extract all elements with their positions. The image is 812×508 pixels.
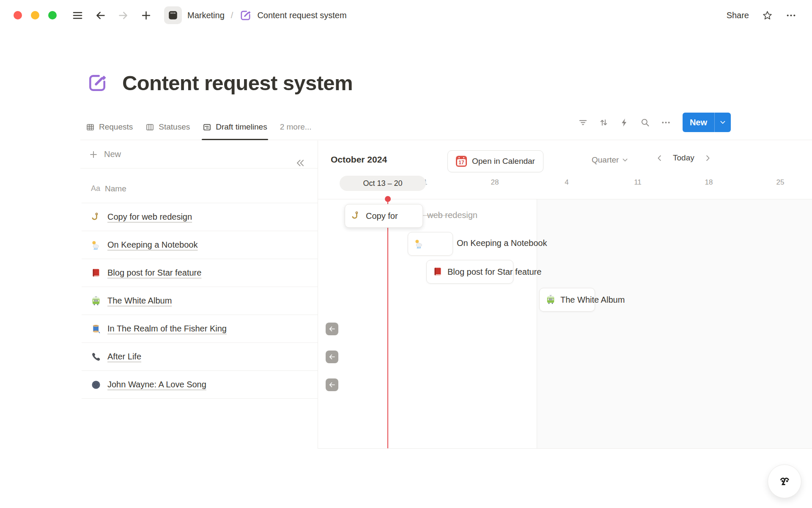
memo-page-icon <box>239 9 252 22</box>
timeline-bar-blog-post-for-star-feature[interactable]: Blog post for Star feature <box>426 260 513 284</box>
sidebar-menu-icon[interactable] <box>72 10 83 21</box>
add-new-item-row[interactable]: New <box>80 141 318 168</box>
scroll-to-item-button[interactable] <box>326 351 338 363</box>
today-button[interactable]: Today <box>673 153 694 163</box>
timeline-icon <box>203 123 211 132</box>
breadcrumb-workspace[interactable]: Marketing <box>187 11 225 20</box>
scroll-to-item-button[interactable] <box>326 378 338 391</box>
filter-icon[interactable] <box>578 118 588 127</box>
window-header: Marketing / Content request system Share <box>0 0 812 30</box>
timeline-bar-overflow-title: web redesign <box>427 210 477 220</box>
arrow-left-icon <box>328 325 336 333</box>
list-item-title[interactable]: John Wayne: A Love Song <box>107 380 206 389</box>
list-item-title[interactable]: After Life <box>107 352 141 362</box>
maximize-window-button[interactable] <box>48 11 57 19</box>
list-item-on-keeping-a-notebook[interactable]: On Keeping a Notebook <box>82 231 318 259</box>
marketing-card-icon <box>167 10 178 21</box>
timeline-month-label: October 2024 <box>331 155 387 165</box>
new-button-caret[interactable] <box>715 113 731 132</box>
plus-icon <box>89 150 98 159</box>
search-icon[interactable] <box>640 118 650 127</box>
timeline-bar-overflow-title: On Keeping a Notebook <box>457 238 547 248</box>
tab-label: Draft timelines <box>216 122 267 132</box>
collapse-panel-icon[interactable] <box>295 157 306 168</box>
week-label-18: 18 <box>705 178 713 187</box>
list-item-title[interactable]: In The Realm of the Fisher King <box>107 324 227 334</box>
page-title-row: Content request system <box>87 71 353 95</box>
breadcrumb-page[interactable]: Content request system <box>257 11 346 20</box>
close-window-button[interactable] <box>14 11 22 19</box>
list-item-the-white-album[interactable]: The White Album <box>82 287 318 315</box>
thread-icon <box>91 324 101 334</box>
text-property-icon: Aa <box>91 184 100 193</box>
table-icon <box>86 123 95 132</box>
timeline-bar-the-white-album[interactable]: The White Album <box>539 288 595 312</box>
memo-page-icon-large[interactable] <box>87 72 108 94</box>
view-tabs-bar: RequestsStatusesDraft timelines2 more...… <box>80 114 812 140</box>
list-item-after-life[interactable]: After Life <box>82 343 318 371</box>
arrow-left-icon <box>328 381 336 389</box>
favorite-star-icon[interactable] <box>762 10 773 21</box>
list-item-title[interactable]: On Keeping a Notebook <box>107 240 198 250</box>
minimize-window-button[interactable] <box>31 11 39 19</box>
new-button-label[interactable]: New <box>683 113 714 132</box>
timeline-bar-title: The White Album <box>560 295 625 305</box>
previous-period-icon[interactable] <box>656 154 664 162</box>
list-item-john-wayne-a-love-song[interactable]: John Wayne: A Love Song <box>82 371 318 399</box>
timeline-bar-copy-for[interactable]: Copy for <box>345 204 423 228</box>
timeline-canvas: October 2024 17 Open in Calendar Quarter… <box>318 141 812 449</box>
automation-bolt-icon[interactable] <box>620 118 629 127</box>
list-item-blog-post-for-star-feature[interactable]: Blog post for Star feature <box>82 259 318 287</box>
timeline-bar-title: Blog post for Star feature <box>447 267 541 277</box>
timeline-bar-title: Copy for <box>366 211 398 221</box>
breadcrumb-separator: / <box>231 11 233 20</box>
calendar-icon: 17 <box>456 156 467 167</box>
workspace-page-icon[interactable] <box>164 6 182 24</box>
sort-icon[interactable] <box>599 118 609 127</box>
week-label-4: 4 <box>565 178 568 187</box>
view-more-icon[interactable] <box>661 118 671 127</box>
hook-icon <box>91 212 101 222</box>
week-label-28: 28 <box>491 178 499 187</box>
tab-label: Statuses <box>159 122 190 132</box>
drag-date-range-pill: Oct 13 – 20 <box>340 176 426 191</box>
tab-2-more[interactable]: 2 more... <box>280 114 312 140</box>
ai-face-icon <box>775 472 794 491</box>
share-button[interactable]: Share <box>727 11 749 20</box>
chevron-down-icon <box>719 119 726 126</box>
list-item-title[interactable]: The White Album <box>107 296 172 306</box>
traffic-lights <box>14 11 57 19</box>
arrow-left-icon <box>328 353 336 361</box>
notion-ai-button[interactable] <box>768 464 801 498</box>
list-item-copy-for-web-redesign[interactable]: Copy for web redesign <box>82 203 318 231</box>
book-icon <box>91 268 101 278</box>
name-column-header[interactable]: Aa Name <box>82 174 318 203</box>
list-item-in-the-realm-of-the-fisher-king[interactable]: In The Realm of the Fisher King <box>82 315 318 343</box>
scroll-to-item-button[interactable] <box>326 323 338 335</box>
forward-icon[interactable] <box>118 10 129 21</box>
name-column-label: Name <box>105 184 126 193</box>
hook-icon <box>351 211 361 221</box>
more-options-icon[interactable] <box>786 10 796 21</box>
sun-rain-icon <box>414 239 424 249</box>
back-icon[interactable] <box>95 10 106 21</box>
list-item-title[interactable]: Blog post for Star feature <box>107 268 201 278</box>
timeline-item-list: Aa Name Copy for web redesignOn Keeping … <box>80 141 318 449</box>
tab-label: Requests <box>99 122 133 132</box>
timeline-bar-on-keeping-a-notebook[interactable] <box>408 232 453 256</box>
tram-icon <box>91 296 101 306</box>
list-item-title[interactable]: Copy for web redesign <box>107 212 192 222</box>
tab-requests[interactable]: Requests <box>86 114 133 140</box>
tab-draft-timelines[interactable]: Draft timelines <box>203 114 267 140</box>
chevron-down-icon <box>622 157 628 163</box>
add-new-item-label: New <box>104 149 121 159</box>
phone-icon <box>91 352 101 362</box>
open-in-calendar-button[interactable]: 17 Open in Calendar <box>447 150 543 172</box>
tab-statuses[interactable]: Statuses <box>145 114 190 140</box>
new-page-icon[interactable] <box>140 10 152 21</box>
next-period-icon[interactable] <box>704 154 712 162</box>
board-icon <box>145 123 154 132</box>
page-title[interactable]: Content request system <box>122 71 353 95</box>
timeline-zoom-select[interactable]: Quarter <box>592 155 628 165</box>
new-button[interactable]: New <box>683 113 731 132</box>
